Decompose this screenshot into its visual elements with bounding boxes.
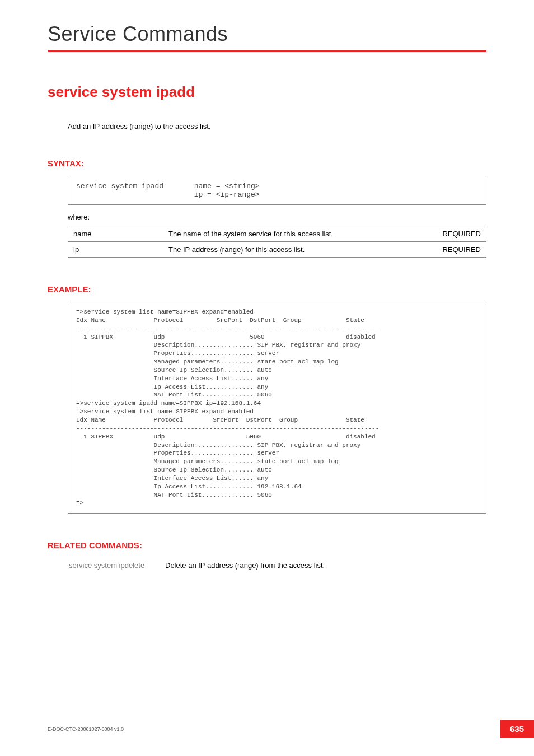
page-number-badge: 635: [500, 720, 534, 738]
param-name: ip: [68, 242, 163, 258]
param-req: REQUIRED: [425, 242, 486, 258]
param-table: name The name of the system service for …: [68, 226, 486, 258]
syntax-heading: SYNTAX:: [48, 158, 486, 168]
param-desc: The IP address (range) for this access l…: [163, 242, 425, 258]
related-heading: RELATED COMMANDS:: [48, 540, 486, 550]
related-cmd: service system ipdelete: [69, 559, 164, 572]
param-name: name: [68, 226, 163, 242]
related-desc: Delete an IP address (range) from the ac…: [165, 559, 334, 572]
command-title: service system ipadd: [48, 83, 486, 101]
syntax-block: service system ipadd name = <string> ip …: [68, 176, 486, 205]
param-req: REQUIRED: [425, 226, 486, 242]
chapter-title: Service Commands: [48, 22, 486, 46]
related-table: service system ipdelete Delete an IP add…: [68, 558, 335, 573]
header-rule: [48, 50, 486, 52]
param-desc: The name of the system service for this …: [163, 226, 425, 242]
command-description: Add an IP address (range) to the access …: [68, 122, 486, 130]
example-block: =>service system list name=SIPPBX expand…: [68, 302, 486, 514]
param-row: name The name of the system service for …: [68, 226, 486, 242]
where-label: where:: [68, 213, 486, 221]
related-row: service system ipdelete Delete an IP add…: [69, 559, 334, 572]
page-footer: E-DOC-CTC-20061027-0004 v1.0 635: [48, 720, 534, 738]
doc-id: E-DOC-CTC-20061027-0004 v1.0: [48, 726, 124, 732]
param-row: ip The IP address (range) for this acces…: [68, 242, 486, 258]
example-heading: EXAMPLE:: [48, 284, 486, 294]
